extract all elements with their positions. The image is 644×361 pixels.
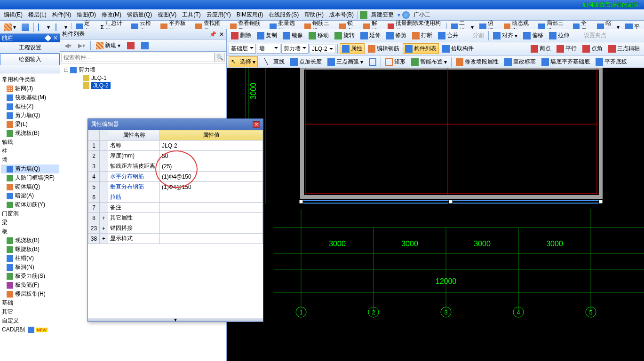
nav-item-hidden-beam[interactable]: 暗梁(A)	[1, 191, 59, 200]
nav-item-shearwall-q[interactable]: 剪力墙(Q)	[1, 165, 59, 173]
nav-item-cast-slab[interactable]: 现浇板(B)	[1, 236, 59, 245]
btn-properties[interactable]: 属性	[340, 43, 365, 54]
btn-offset[interactable]: 偏移	[521, 30, 546, 41]
btn-split[interactable]: 分割	[461, 30, 486, 41]
property-row[interactable]: 1名称JLQ-2	[88, 141, 263, 151]
drawing-canvas[interactable]: 3000 3000 3000 3000 3000 12000 1 2 3 4 5	[227, 68, 644, 361]
btn-undo[interactable]: ▾	[36, 22, 52, 32]
tree-root[interactable]: −剪力墙	[62, 65, 224, 74]
btn-extend[interactable]: 延伸	[358, 30, 383, 41]
search-button[interactable]: 🔍	[215, 53, 225, 62]
btn-rect[interactable]: 矩形	[383, 56, 408, 67]
nav-item-beam[interactable]: 梁(L)	[1, 120, 59, 129]
dd-floor[interactable]: 基础层	[229, 44, 256, 54]
property-row[interactable]: 4水平分布钢筋(1)Ф4@150	[88, 172, 263, 182]
nav-item-cap[interactable]: 柱帽(V)	[1, 254, 59, 263]
btn-new[interactable]: ▾	[2, 22, 18, 32]
property-row[interactable]: 8+其它属性	[88, 213, 263, 223]
nav-group-wall[interactable]: 墙	[1, 156, 59, 165]
property-row[interactable]: 5垂直分布钢筋(1)Ф4@150	[88, 182, 263, 192]
btn-copy[interactable]: 复制	[254, 30, 279, 41]
pin-icon[interactable]: 📌	[209, 31, 216, 38]
close-button[interactable]: ✕	[253, 121, 260, 128]
dd-category[interactable]: 墙	[257, 44, 280, 54]
nav-item-masonry[interactable]: 砌体墙(Q)	[1, 182, 59, 191]
nav-item-slab[interactable]: 现浇板(B)	[1, 129, 59, 138]
btn-merge[interactable]: 合并	[436, 30, 461, 41]
nav-item-shearwall[interactable]: 剪力墙(Q)	[1, 111, 59, 120]
btn-point-len[interactable]: 点加长度	[288, 56, 324, 67]
tab-project-settings[interactable]: 工程设置	[0, 42, 60, 54]
btn-stretch[interactable]: 拉伸	[547, 30, 572, 41]
nav-item-frame-col[interactable]: 框柱(Z)	[1, 102, 59, 111]
tab-draw-input[interactable]: 绘图输入	[0, 54, 60, 65]
property-row[interactable]: 3轴线距左墙皮距离(25)	[88, 161, 263, 172]
btn-fwd[interactable]: ▶▾	[76, 41, 87, 50]
help-link[interactable]: 如何设置后浇带的超前..	[582, 1, 642, 9]
btn-check-elev[interactable]: 查改标高	[502, 56, 538, 67]
nav-group-axis[interactable]: 轴线	[1, 138, 59, 147]
btn-move[interactable]: 移动	[306, 30, 331, 41]
nav-item-slab-rebar[interactable]: 板受力筋(S)	[1, 272, 59, 281]
property-row[interactable]: 6拉筋	[88, 192, 263, 203]
btn-parallel[interactable]: 平行	[554, 43, 579, 54]
btn-trim[interactable]: 修剪	[384, 30, 409, 41]
btn-smart-layout[interactable]: 智能布置▾	[409, 56, 449, 67]
menu-component[interactable]: 构件(N)	[50, 10, 73, 20]
nav-group-custom[interactable]: 自定义	[1, 316, 59, 325]
btn-back[interactable]: ◀▾	[62, 41, 74, 50]
dd-component[interactable]: JLQ-2	[310, 45, 335, 53]
btn-new-component[interactable]: 新建▾	[94, 40, 123, 51]
btn-delete-comp[interactable]	[125, 40, 137, 51]
nav-group-column[interactable]: 柱	[1, 147, 59, 156]
btn-copy-comp[interactable]	[139, 40, 151, 51]
property-row[interactable]: 38+显示样式	[88, 234, 263, 244]
menu-floor[interactable]: 楼层(L)	[26, 10, 48, 20]
btn-flat-bottom[interactable]: 平齐底板	[593, 56, 629, 67]
nav-group-cad[interactable]: CAD识别 NEW	[1, 325, 59, 334]
btn-delete[interactable]: 删除	[229, 30, 254, 41]
btn-base-flat[interactable]: 墙底平齐基础底	[539, 56, 592, 67]
nav-group-opening[interactable]: 门窗洞	[1, 209, 59, 218]
nav-group-other[interactable]: 其它	[1, 307, 59, 316]
nav-item-masonry-rebar[interactable]: 砌体加筋(Y)	[1, 200, 59, 209]
tree-item-jlq2[interactable]: JLQ-2	[62, 82, 224, 89]
btn-save[interactable]	[19, 22, 32, 32]
property-dialog-title-bar[interactable]: 属性编辑器 ✕	[88, 119, 263, 130]
btn-rotate[interactable]: 旋转	[332, 30, 357, 41]
nav-item-neg-rebar[interactable]: 板负筋(F)	[1, 281, 59, 290]
nav-item-axis-grid[interactable]: 轴网(J)	[1, 84, 59, 93]
btn-edit-rebar[interactable]: 编辑钢筋	[366, 43, 402, 54]
close-icon[interactable]: ✕	[219, 31, 224, 38]
btn-line[interactable]: ╲直线	[262, 56, 287, 67]
dd-type[interactable]: 剪力墙	[281, 44, 309, 54]
btn-comp-list[interactable]: 构件列表	[403, 43, 439, 54]
resize-handle[interactable]: ▾	[88, 318, 263, 322]
nav-item-floor-strip[interactable]: 楼层板带(H)	[1, 290, 59, 298]
property-row[interactable]: 2厚度(mm)50	[88, 151, 263, 161]
btn-two-point[interactable]: 两点	[528, 43, 553, 54]
nav-item-spiral[interactable]: 螺旋板(B)	[1, 245, 59, 254]
btn-set-grip[interactable]: 设置夹点	[572, 30, 609, 41]
property-row[interactable]: 23+锚固搭接	[88, 223, 263, 234]
btn-rect-tool[interactable]	[366, 57, 379, 67]
btn-arc3[interactable]: 三点画弧▾	[325, 56, 366, 67]
nav-group-slab2[interactable]: 板	[1, 227, 59, 236]
property-row[interactable]: 7备注	[88, 203, 263, 213]
menu-edit[interactable]: 编辑(E)	[2, 10, 24, 20]
nav-group-foundation[interactable]: 基础	[1, 298, 59, 307]
btn-align[interactable]: 对齐▾	[491, 30, 520, 41]
btn-pick-comp[interactable]: 拾取构件	[440, 43, 476, 54]
nav-item-rf-wall[interactable]: 人防门框墙(RF)	[1, 173, 59, 182]
btn-three-pt[interactable]: 三点辅轴	[606, 43, 642, 54]
nav-group-beam2[interactable]: 梁	[1, 218, 59, 227]
nav-item-slab-hole[interactable]: 板洞(N)	[1, 263, 59, 272]
search-input[interactable]	[61, 53, 215, 62]
close-icon[interactable]	[53, 36, 58, 40]
tree-item-jlq1[interactable]: JLQ-1	[62, 74, 224, 82]
pin-icon[interactable]	[45, 35, 51, 41]
btn-select[interactable]: ↖选择▾	[229, 56, 258, 67]
property-editor-dialog[interactable]: 属性编辑器 ✕ 属性名称 属性值 1名称JLQ-22厚度(mm)503轴线距左墙…	[87, 118, 263, 322]
btn-pt-angle[interactable]: 点角	[580, 43, 605, 54]
btn-break[interactable]: 打断	[410, 30, 435, 41]
